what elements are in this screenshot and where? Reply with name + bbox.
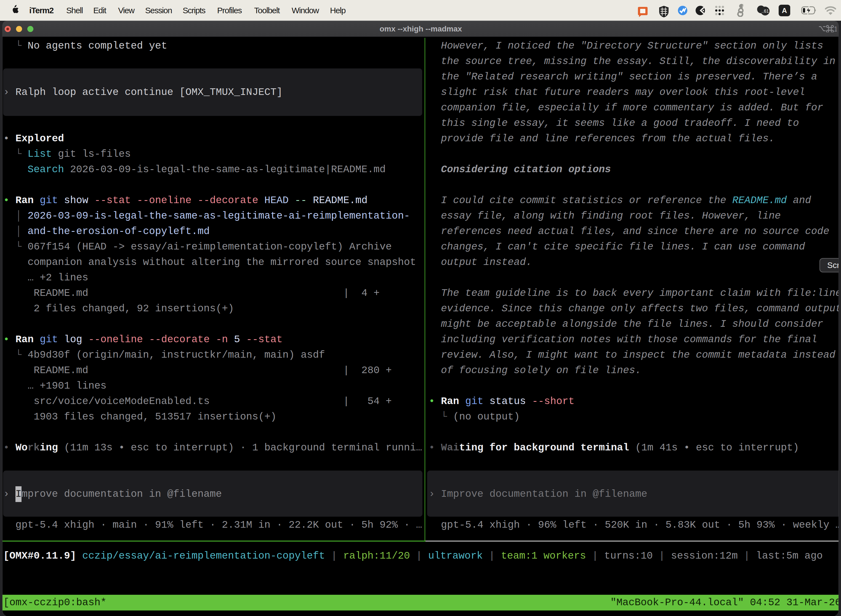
- svg-text:..61: ..61: [762, 9, 769, 13]
- svg-text:1: 1: [834, 25, 837, 32]
